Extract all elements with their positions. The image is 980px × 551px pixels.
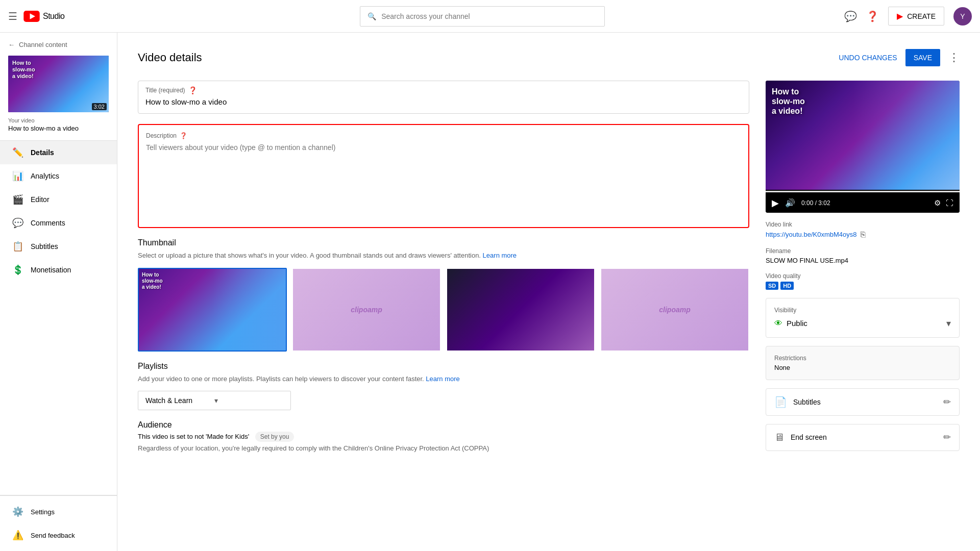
description-help-icon[interactable]: ❓: [180, 132, 187, 139]
right-panel: How to slow-mo a video! ▶ 🔊 0:00 / 3:02: [766, 81, 960, 454]
thumbnail-item-4[interactable]: clipoamp: [600, 268, 749, 352]
audience-note: This video is set to not 'Made for Kids'…: [138, 433, 749, 440]
visibility-dropdown-arrow[interactable]: ▾: [946, 318, 951, 329]
video-link[interactable]: https://youtu.be/K0xmbM4oys8: [766, 231, 856, 238]
monetisation-icon: 💲: [12, 264, 23, 276]
search-bar-container[interactable]: 🔍: [360, 6, 605, 27]
thumbnail-desc: Select or upload a picture that shows wh…: [138, 251, 749, 261]
settings-label: Settings: [31, 508, 55, 516]
visibility-value: 👁 Public: [774, 319, 807, 328]
sidebar: ← Channel content How to slow-mo a video…: [0, 33, 117, 551]
sidebar-back-button[interactable]: ← Channel content: [8, 41, 109, 48]
volume-icon[interactable]: 🔊: [785, 198, 795, 208]
filename-section: Filename SLOW MO FINAL USE.mp4: [766, 247, 960, 264]
visibility-row: 👁 Public ▾: [774, 318, 951, 329]
thumbnail-item-2[interactable]: clipoamp: [292, 268, 441, 352]
logo-area: Studio: [23, 11, 64, 22]
editor-icon: 🎬: [12, 194, 23, 205]
thumbnail-title: Thumbnail: [138, 238, 749, 247]
description-input[interactable]: [146, 143, 741, 220]
settings-control-icon[interactable]: ⚙: [934, 198, 941, 208]
sidebar-item-details[interactable]: ✏️ Details: [0, 141, 117, 164]
thumbnail-text: How to slow-mo a video!: [12, 60, 35, 80]
fullscreen-icon[interactable]: ⛶: [946, 198, 953, 207]
playlists-learn-more-link[interactable]: Learn more: [426, 375, 459, 383]
audience-note-text: This video is set to not 'Made for Kids': [138, 433, 249, 440]
back-arrow-icon: ←: [8, 41, 15, 48]
help-icon[interactable]: ❓: [866, 10, 879, 22]
restrictions-label: Restrictions: [774, 355, 951, 362]
main-layout: ← Channel content How to slow-mo a video…: [0, 33, 980, 551]
undo-changes-button[interactable]: UNDO CHANGES: [839, 54, 897, 62]
sidebar-item-settings[interactable]: ⚙️ Settings: [0, 500, 117, 523]
subtitles-label: Subtitles: [31, 242, 58, 251]
create-icon: ▶: [897, 11, 903, 21]
filename-label: Filename: [766, 247, 960, 255]
title-input[interactable]: [145, 95, 742, 108]
comments-label: Comments: [31, 219, 65, 227]
play-button[interactable]: ▶: [772, 197, 779, 209]
title-help-icon[interactable]: ❓: [188, 86, 197, 94]
save-button[interactable]: SAVE: [905, 49, 940, 66]
end-screen-card-label: End screen: [791, 433, 827, 441]
subtitles-icon: 📋: [12, 241, 23, 252]
sidebar-item-editor[interactable]: 🎬 Editor: [0, 188, 117, 211]
details-icon: ✏️: [12, 147, 23, 158]
analytics-label: Analytics: [31, 172, 59, 180]
sidebar-navigation: ✏️ Details 📊 Analytics 🎬 Editor 💬 Commen…: [0, 141, 117, 495]
video-duration-badge: 3:02: [92, 103, 107, 110]
thumbnail-item-1[interactable]: How toslow-moa video!: [138, 268, 287, 352]
more-options-button[interactable]: ⋮: [948, 51, 960, 64]
feedback-label: Send feedback: [31, 532, 75, 539]
subtitles-card-label: Subtitles: [793, 398, 821, 406]
description-field-group: Description ❓: [138, 124, 749, 228]
playlists-desc: Add your video to one or more playlists.…: [138, 374, 749, 384]
end-screen-card[interactable]: 🖥 End screen ✏: [766, 424, 960, 451]
audience-description: Regardless of your location, you're lega…: [138, 443, 749, 454]
header-search: 🔍: [120, 6, 844, 27]
title-field-group: Title (required) ❓: [138, 81, 749, 114]
hamburger-menu-icon[interactable]: ☰: [8, 10, 17, 22]
playlists-section: Playlists Add your video to one or more …: [138, 362, 749, 411]
preview-thumbnail: How to slow-mo a video!: [766, 81, 960, 190]
page-title: Video details: [138, 51, 202, 64]
subtitles-card[interactable]: 📄 Subtitles ✏: [766, 388, 960, 416]
dropdown-arrow-icon: ▾: [214, 396, 283, 405]
video-controls: ▶ 🔊 0:00 / 3:02 ⚙ ⛶: [766, 193, 960, 213]
user-avatar[interactable]: Y: [953, 7, 972, 26]
audience-section: Audience This video is set to not 'Made …: [138, 420, 749, 454]
sidebar-bottom: ⚙️ Settings ⚠️ Send feedback: [0, 495, 117, 551]
quality-badges: SD HD: [766, 282, 960, 290]
sidebar-video-section: ← Channel content How to slow-mo a video…: [0, 33, 117, 141]
sidebar-item-comments[interactable]: 💬 Comments: [0, 211, 117, 235]
end-screen-edit-icon[interactable]: ✏: [943, 432, 951, 443]
sidebar-item-feedback[interactable]: ⚠️ Send feedback: [0, 523, 117, 547]
comments-icon: 💬: [12, 217, 23, 229]
visibility-card[interactable]: Visibility 👁 Public ▾: [766, 298, 960, 338]
playlists-dropdown[interactable]: Watch & Learn ▾: [138, 391, 291, 410]
video-link-label: Video link: [766, 221, 960, 228]
main-content: Video details UNDO CHANGES SAVE ⋮ Title …: [117, 33, 980, 551]
create-button[interactable]: ▶ CREATE: [888, 7, 944, 26]
quality-section: Video quality SD HD: [766, 272, 960, 290]
left-panel: Title (required) ❓ Description ❓: [138, 81, 749, 454]
playlists-title: Playlists: [138, 362, 749, 371]
video-link-row: https://youtu.be/K0xmbM4oys8 ⎘: [766, 230, 960, 239]
thumbnail-item-3[interactable]: [446, 268, 595, 352]
sidebar-item-monetisation[interactable]: 💲 Monetisation: [0, 258, 117, 282]
copy-link-button[interactable]: ⎘: [861, 230, 866, 239]
clipoamp-watermark-2: clipoamp: [351, 306, 382, 314]
thumbnail-learn-more-link[interactable]: Learn more: [483, 252, 517, 259]
page-actions: UNDO CHANGES SAVE ⋮: [839, 49, 960, 66]
sidebar-item-analytics[interactable]: 📊 Analytics: [0, 164, 117, 188]
filename-value: SLOW MO FINAL USE.mp4: [766, 257, 960, 264]
studio-label: Studio: [43, 12, 64, 21]
subtitles-edit-icon[interactable]: ✏: [943, 396, 951, 408]
subtitles-feature-icon: 📄: [774, 396, 787, 408]
sidebar-item-subtitles[interactable]: 📋 Subtitles: [0, 235, 117, 258]
channel-content-label: Channel content: [19, 41, 67, 48]
video-progress-bar[interactable]: [766, 191, 960, 192]
search-input[interactable]: [381, 12, 597, 20]
details-label: Details: [31, 148, 54, 157]
messages-icon[interactable]: 💬: [844, 10, 857, 22]
